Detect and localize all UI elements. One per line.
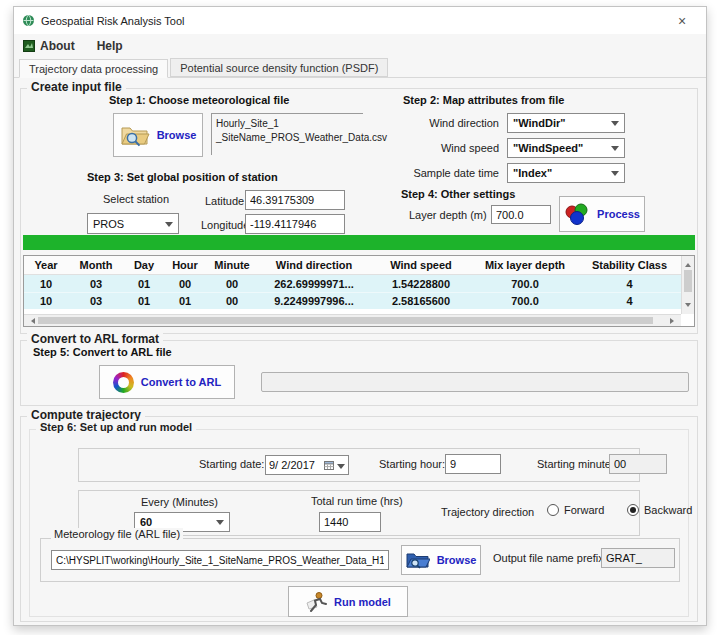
table-cell: 00 [206,293,258,309]
header-day[interactable]: Day [124,256,164,274]
header-hour[interactable]: Hour [164,256,206,274]
sample-date-time-combo-value: "Index" [513,167,552,179]
backward-radio[interactable]: Backward [627,504,692,516]
step3-title: Step 3: Set global position of station [87,171,278,183]
header-year[interactable]: Year [24,256,68,274]
chevron-down-icon [611,171,619,180]
arl-progress-bar [261,372,689,392]
table-cell: 2.58165600 [370,293,472,309]
output-prefix-field[interactable] [601,548,675,568]
chevron-down-icon [216,520,224,529]
browse-meteorological-file-button[interactable]: Browse [113,113,203,157]
vertical-scroll-thumb[interactable] [684,270,692,292]
wind-speed-combo[interactable]: "WindSpeed" [507,138,625,158]
tab-psdf[interactable]: Potential source density function (PSDF) [170,58,388,77]
group-create-input-file: Create input file Step 1: Choose meteoro… [20,88,698,334]
app-window: Geospatial Risk Analysis Tool × About He… [13,6,707,626]
close-icon: × [678,13,686,29]
header-mix-layer-depth[interactable]: Mix layer depth [472,256,578,274]
vertical-scrollbar[interactable] [681,256,694,314]
starting-date-label: Starting date: [199,458,264,470]
table-cell: 01 [124,275,164,292]
wind-speed-combo-value: "WindSpeed" [513,142,583,154]
met-file-label: Meteorology file (ARL file) [51,528,183,540]
met-file-input[interactable] [51,550,389,570]
window-title: Geospatial Risk Analysis Tool [41,15,184,27]
table-row[interactable]: 10 03 01 00 00 262.69999971... 1.5422880… [24,275,681,292]
step2-title: Step 2: Map attributes from file [403,94,564,106]
latitude-input[interactable] [245,190,345,210]
layer-depth-input[interactable] [491,205,551,224]
horizontal-scrollbar[interactable] [24,314,681,326]
run-model-button[interactable]: Run model [288,586,408,617]
convert-to-arl-button-label: Convert to ARL [141,376,221,388]
wind-direction-combo-value: "WindDir" [513,117,566,129]
header-minute[interactable]: Minute [206,256,258,274]
horizontal-scroll-thumb[interactable] [38,317,653,324]
wind-direction-label: Wind direction [403,117,499,129]
group-compute-trajectory: Compute trajectory Step 6: Set up and ru… [20,416,698,622]
menu-help-label: Help [97,39,123,53]
scroll-left-icon[interactable] [28,318,35,324]
starting-hour-input[interactable] [445,454,501,474]
wind-direction-combo[interactable]: "WindDir" [507,113,625,133]
every-minutes-label: Every (Minutes) [141,496,218,508]
latitude-label: Latitude [205,195,244,207]
table-cell: 4 [578,275,681,292]
forward-radio[interactable]: Forward [547,504,604,516]
forward-radio-label: Forward [564,504,604,516]
wind-speed-label: Wind speed [403,142,499,154]
processing-progress-bar [23,235,695,250]
browse-button-label: Browse [157,129,197,141]
table-cell: 262.69999971... [258,275,370,292]
table-cell: 03 [68,275,124,292]
convert-to-arl-button[interactable]: Convert to ARL [99,365,235,399]
header-month[interactable]: Month [68,256,124,274]
step4-title: Step 4: Other settings [401,188,515,200]
longitude-label: Longitude [201,219,249,231]
group-compute-trajectory-label: Compute trajectory [27,408,145,422]
table-cell: 01 [124,293,164,309]
sample-date-time-combo[interactable]: "Index" [507,163,625,183]
tab-strip: Trajectory data processing Potential sou… [14,57,706,78]
browse-arl-file-button[interactable]: Browse [401,545,481,575]
header-wind-speed[interactable]: Wind speed [370,256,472,274]
longitude-input[interactable] [245,214,345,234]
chevron-down-icon [337,464,345,473]
radio-icon [547,504,559,516]
close-button[interactable]: × [666,7,698,34]
process-button[interactable]: Process [559,196,645,232]
step1-title: Step 1: Choose meteorological file [109,94,289,106]
scroll-down-icon[interactable] [685,303,691,310]
tab-trajectory-data-processing[interactable]: Trajectory data processing [19,59,168,78]
sample-date-time-label: Sample date time [403,167,499,179]
station-combo[interactable]: PROS [87,213,179,234]
selected-file-label: Hourly_Site_1 _SiteName_PROS_Weather_Dat… [211,113,363,155]
total-run-time-input[interactable] [319,512,381,532]
menu-about-label: About [40,39,75,53]
chevron-down-icon [611,146,619,155]
table-cell: 01 [164,293,206,309]
step5-title: Step 5: Convert to ARL file [33,346,172,358]
process-button-label: Process [597,208,640,220]
header-stability-class[interactable]: Stability Class [578,256,681,274]
scroll-up-icon[interactable] [685,260,691,267]
title-bar: Geospatial Risk Analysis Tool × [14,7,706,34]
menu-help[interactable]: Help [97,39,123,53]
starting-minute-field[interactable] [609,454,667,474]
group-create-input-file-label: Create input file [27,80,126,94]
starting-date-value: 9/ 2/2017 [269,459,321,471]
menu-about[interactable]: About [23,39,75,53]
header-wind-direction[interactable]: Wind direction [258,256,370,274]
app-icon [22,14,35,27]
tab-content: Create input file Step 1: Choose meteoro… [14,78,706,627]
start-time-row: Starting date: 9/ 2/2017 Starting hour: [78,448,640,482]
folder-search-icon [120,122,150,148]
browse-arl-button-label: Browse [437,554,477,566]
trajectory-direction-label: Trajectory direction [441,506,534,518]
table-row[interactable]: 10 03 01 01 00 9.2249997996... 2.5816560… [24,292,681,309]
starting-minute-label: Starting minute: [537,458,614,470]
scroll-right-icon[interactable] [670,318,677,324]
weather-data-table: Year Month Day Hour Minute Wind directio… [23,255,695,327]
starting-date-picker[interactable]: 9/ 2/2017 [265,455,349,475]
